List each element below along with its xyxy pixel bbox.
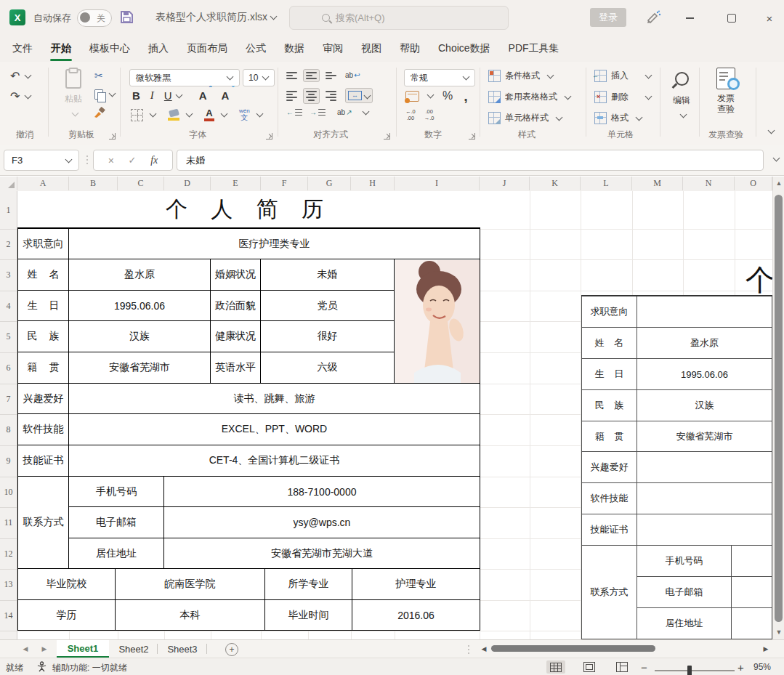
cell-label[interactable]: 软件技能 xyxy=(17,414,69,445)
zoom-level[interactable]: 95% xyxy=(753,662,771,672)
undo-button[interactable]: ↶ xyxy=(10,70,31,82)
column-header[interactable]: O xyxy=(735,177,772,190)
tab-choice-data[interactable]: Choice数据 xyxy=(437,41,491,57)
row-header[interactable]: 6 xyxy=(0,352,17,384)
font-size-select[interactable]: 10 xyxy=(243,69,275,86)
scroll-right-icon[interactable]: ▶ xyxy=(761,644,770,653)
cell-value[interactable]: 护理专业 xyxy=(352,569,480,600)
column-header[interactable]: J xyxy=(480,177,530,190)
add-sheet-button[interactable]: + xyxy=(225,643,238,656)
cell-value[interactable]: 2016.06 xyxy=(352,600,480,631)
borders-button[interactable] xyxy=(131,109,143,121)
align-right-button[interactable] xyxy=(326,91,336,101)
insert-cells-button[interactable]: ← 插入 xyxy=(594,70,651,82)
align-top-button[interactable] xyxy=(286,72,297,79)
decrease-decimal-button[interactable]: .00→.0 xyxy=(424,108,435,121)
tab-view[interactable]: 视图 xyxy=(360,41,382,57)
collapse-ribbon-chevron-icon[interactable] xyxy=(768,127,775,134)
minimize-button[interactable] xyxy=(682,10,698,26)
accessibility-icon[interactable] xyxy=(36,661,47,672)
decrease-indent-button[interactable]: ← xyxy=(286,108,302,116)
cell-label[interactable]: 电子邮箱 xyxy=(69,507,164,538)
cell-label[interactable]: 民 族 xyxy=(581,390,637,421)
column-header[interactable]: D xyxy=(164,177,211,190)
cell-label[interactable]: 毕业时间 xyxy=(265,600,352,631)
cell-value[interactable]: ysy@wps.cn xyxy=(164,507,480,538)
cell-value[interactable]: 汉族 xyxy=(69,321,211,352)
sheet-tab-sheet2[interactable]: Sheet2 xyxy=(113,640,155,658)
sheet-tab-sheet3[interactable]: Sheet3 xyxy=(161,640,203,658)
tab-help[interactable]: 帮助 xyxy=(399,41,421,57)
document-title[interactable]: 表格型个人求职简历.xlsx xyxy=(155,9,276,25)
confirm-entry-icon[interactable]: ✓ xyxy=(129,155,137,166)
cell-value[interactable]: 很好 xyxy=(261,321,395,352)
cell-value[interactable]: 1995.06.06 xyxy=(637,359,772,390)
cell-value[interactable]: 医疗护理类专业 xyxy=(69,229,480,259)
cell-value[interactable]: 六级 xyxy=(261,352,395,384)
column-header[interactable]: I xyxy=(395,177,480,190)
sheet-tab-sheet1[interactable]: Sheet1 xyxy=(57,640,109,658)
delete-cells-button[interactable]: × 删除 xyxy=(594,91,651,103)
scrollbar-grip-icon[interactable] xyxy=(468,645,469,647)
cell-label[interactable]: 婚姻状况 xyxy=(211,259,261,291)
wrap-text-button[interactable]: ab↩ xyxy=(345,71,360,79)
row-header[interactable]: 14 xyxy=(0,600,17,631)
column-header[interactable]: F xyxy=(261,177,308,190)
row-header[interactable]: 12 xyxy=(0,538,17,570)
vertical-scroll-thumb[interactable] xyxy=(775,195,783,622)
shrink-font-button[interactable]: Aˇ xyxy=(222,89,230,102)
tab-template-center[interactable]: 模板中心 xyxy=(89,41,131,57)
cell-label[interactable]: 英语水平 xyxy=(211,352,261,384)
tab-formulas[interactable]: 公式 xyxy=(245,41,267,57)
cell-label[interactable]: 毕业院校 xyxy=(17,569,116,600)
row-header[interactable]: 10 xyxy=(0,477,17,508)
cell-value[interactable] xyxy=(637,452,772,483)
comma-button[interactable]: , xyxy=(464,92,468,100)
close-button[interactable]: × xyxy=(761,10,777,26)
cell-label[interactable]: 生 日 xyxy=(17,291,69,321)
clipboard-dialog-launcher[interactable] xyxy=(109,133,116,140)
cell-label[interactable]: 生 日 xyxy=(581,359,637,390)
orientation-button[interactable]: ab↗ xyxy=(337,108,352,116)
login-button[interactable]: 登录 xyxy=(590,8,626,27)
cell-label[interactable]: 手机号码 xyxy=(69,477,164,507)
row-header[interactable]: 8 xyxy=(0,414,17,446)
cell-value[interactable]: 本科 xyxy=(116,600,265,631)
cell-value[interactable]: 安徽省芜湖市 xyxy=(69,352,211,384)
font-dialog-launcher[interactable] xyxy=(266,133,272,140)
cell-value[interactable]: 盈水原 xyxy=(637,328,772,359)
cell-value[interactable] xyxy=(637,483,772,514)
horizontal-scroll-thumb[interactable] xyxy=(491,645,655,652)
cell-label[interactable]: 兴趣爱好 xyxy=(581,452,637,483)
cell-value[interactable]: 安徽省芜湖市芜湖大道 xyxy=(164,538,480,569)
expand-formula-bar-chevron-icon[interactable] xyxy=(773,155,780,162)
italic-button[interactable]: I xyxy=(150,89,154,102)
copy-button[interactable] xyxy=(94,89,115,100)
align-middle-button[interactable] xyxy=(303,69,320,82)
row-header[interactable]: 5 xyxy=(0,321,17,353)
increase-decimal-button[interactable]: ←.0.00 xyxy=(405,108,416,121)
cell-styles-button[interactable]: 单元格样式 xyxy=(488,112,562,124)
row-header[interactable]: 4 xyxy=(0,291,17,322)
zoom-out-button[interactable]: − xyxy=(641,661,647,674)
merge-center-button[interactable]: ↔ xyxy=(345,88,373,103)
column-header[interactable]: E xyxy=(211,177,261,190)
cell-label[interactable]: 联系方式 xyxy=(581,546,637,639)
format-as-table-button[interactable]: 套用表格格式 xyxy=(488,91,570,103)
cell-label[interactable]: 居住地址 xyxy=(69,538,164,569)
cell-value[interactable]: 读书、跳舞、旅游 xyxy=(69,384,480,414)
select-all-corner[interactable] xyxy=(0,177,17,190)
cell-value[interactable]: 皖南医学院 xyxy=(116,569,265,600)
cell-value[interactable] xyxy=(732,608,772,639)
cell-value[interactable]: 盈水原 xyxy=(69,259,211,291)
vertical-scrollbar[interactable]: ▲ ▼ xyxy=(772,177,784,639)
column-header[interactable]: C xyxy=(118,177,164,190)
cell-label[interactable]: 电子邮箱 xyxy=(637,577,732,608)
cell-label[interactable]: 政治面貌 xyxy=(211,291,261,321)
row-header[interactable]: 3 xyxy=(0,259,17,291)
next-sheet-icon[interactable]: ▶ xyxy=(39,644,49,653)
cell-label[interactable]: 学历 xyxy=(17,600,116,631)
currency-button[interactable] xyxy=(405,91,419,102)
cell-value[interactable]: 未婚 xyxy=(261,259,395,291)
formula-content[interactable]: 未婚 xyxy=(177,150,764,171)
